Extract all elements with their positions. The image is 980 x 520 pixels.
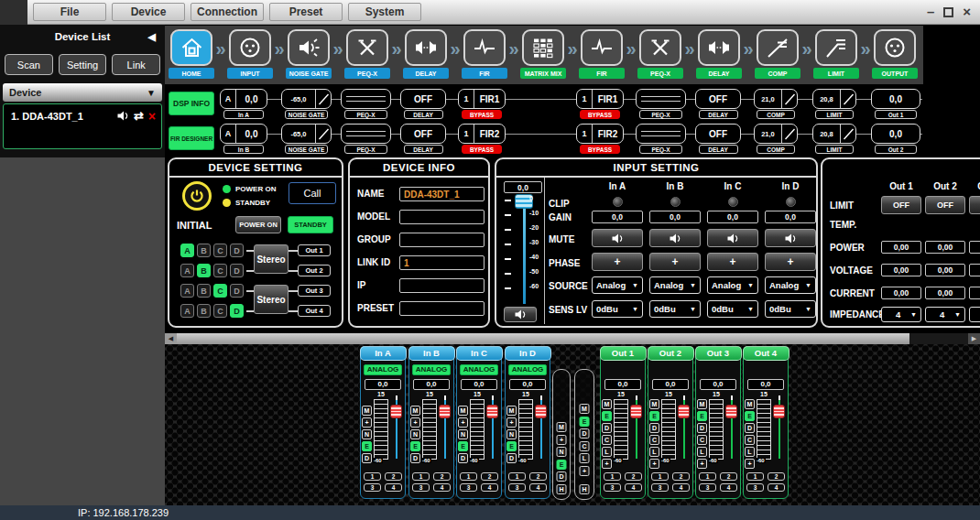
- channel-value-in-a[interactable]: 0,0: [365, 379, 401, 390]
- fader-out-2[interactable]: [678, 395, 691, 463]
- device-list-item[interactable]: 1. DDA-43DT_1 ⇄ ×: [4, 104, 161, 123]
- route-button-4-out-3[interactable]: 4: [720, 483, 737, 492]
- phase-button-in-b[interactable]: +: [649, 253, 701, 271]
- toolbar-item-noise-gate-2[interactable]: NOISE GATE: [286, 29, 332, 79]
- power-button[interactable]: [182, 181, 212, 211]
- strip-button-d-in-c[interactable]: D: [458, 453, 468, 463]
- route-button-2-in-d[interactable]: 2: [529, 472, 547, 481]
- sens-select-in-d[interactable]: 0dBu▼: [765, 300, 816, 318]
- route-button-2-out-4[interactable]: 2: [768, 472, 785, 481]
- route-button-3-in-a[interactable]: 3: [364, 483, 381, 492]
- fader-handle[interactable]: [725, 405, 737, 418]
- channel-tab-out-1[interactable]: Out 1: [600, 346, 647, 361]
- toolbar-item-matrix-mix-6[interactable]: MATRIX MIX: [520, 29, 566, 79]
- gain-field-in-b[interactable]: 0,0: [649, 211, 701, 223]
- channel-value-out-3[interactable]: 0,0: [700, 379, 736, 390]
- strip-button-m-out-2[interactable]: M: [649, 399, 659, 409]
- maximize-button[interactable]: [943, 7, 953, 17]
- call-button[interactable]: Call: [289, 182, 336, 204]
- fader-out-3[interactable]: [725, 395, 738, 463]
- peq-block-1[interactable]: PEQ-X: [341, 124, 391, 154]
- strip-button-c-out-4[interactable]: C: [745, 435, 755, 445]
- scrollbar-thumb[interactable]: [177, 333, 909, 344]
- routing-matrix-c-row1[interactable]: C: [213, 244, 227, 257]
- strip-button-m-in-a[interactable]: M: [362, 406, 372, 416]
- fir-block-1[interactable]: 1FIR2BYPASS: [458, 124, 506, 154]
- channel-value-in-c[interactable]: 0,0: [461, 379, 497, 390]
- route-button-2-in-c[interactable]: 2: [481, 472, 498, 481]
- route-button-2-in-a[interactable]: 2: [385, 472, 402, 481]
- limit-button-out-3[interactable]: OFF: [969, 196, 980, 214]
- scroll-left-icon[interactable]: ◀: [165, 333, 177, 344]
- strip-button-d-out-1[interactable]: D: [602, 423, 612, 433]
- strip-button-+-out-1[interactable]: +: [602, 459, 612, 469]
- fader-handle[interactable]: [535, 405, 547, 418]
- routing-matrix-a-row4[interactable]: A: [180, 304, 194, 318]
- fader-in-b[interactable]: [439, 395, 452, 463]
- comp-block-1[interactable]: 21,0COMP: [754, 124, 798, 154]
- strip-button-m-out-4[interactable]: M: [745, 399, 755, 409]
- stereo-link-button-2[interactable]: Stereo: [254, 285, 289, 314]
- comp-block-0[interactable]: 21,0COMP: [754, 89, 798, 119]
- strip-button-l-out-3[interactable]: L: [697, 447, 707, 457]
- channel-tab-in-a[interactable]: In A: [360, 346, 407, 361]
- route-button-1-in-b[interactable]: 1: [412, 472, 430, 481]
- noise-gate-block-1[interactable]: -65,0NOISE GATE: [281, 124, 332, 154]
- menu-item-file[interactable]: File: [33, 3, 106, 21]
- master-button-+-2[interactable]: +: [580, 466, 590, 476]
- device-info-field-group[interactable]: [399, 233, 485, 247]
- fir2-block-0[interactable]: 1FIR1BYPASS: [576, 89, 624, 119]
- master-hide-button-2[interactable]: H: [580, 484, 590, 494]
- strip-button-d-out-2[interactable]: D: [649, 423, 659, 433]
- impedance-select-out-1[interactable]: 4▼: [881, 307, 921, 322]
- strip-button-+-out-3[interactable]: +: [697, 459, 707, 469]
- collapse-sidebar-icon[interactable]: ◀: [148, 31, 156, 43]
- output-block-1[interactable]: 0,0Out 2: [871, 124, 920, 154]
- strip-button-d-in-b[interactable]: D: [410, 453, 420, 463]
- route-button-4-out-4[interactable]: 4: [768, 483, 785, 492]
- routing-matrix-a-row2[interactable]: A: [180, 264, 194, 277]
- route-button-2-out-3[interactable]: 2: [720, 472, 737, 481]
- peq-block-0[interactable]: PEQ-X: [341, 89, 391, 119]
- peq2-block-0[interactable]: PEQ-X: [636, 89, 686, 119]
- toolbar-item-fir-5[interactable]: FIR: [462, 29, 507, 79]
- fader-handle[interactable]: [678, 405, 690, 418]
- phase-button-in-d[interactable]: +: [765, 253, 816, 271]
- link-button[interactable]: Link: [112, 54, 160, 75]
- strip-button-m-in-b[interactable]: M: [410, 406, 420, 416]
- scan-button[interactable]: Scan: [5, 54, 53, 75]
- strip-button-d-out-4[interactable]: D: [745, 423, 755, 433]
- fader-handle[interactable]: [390, 405, 402, 418]
- toolbar-item-limit-11[interactable]: LIMIT: [813, 29, 859, 79]
- device-info-field-model[interactable]: [399, 210, 485, 224]
- source-select-in-c[interactable]: Analog▼: [707, 276, 758, 294]
- limit-button-out-1[interactable]: OFF: [881, 196, 921, 214]
- routing-matrix-b-row1[interactable]: B: [197, 244, 211, 257]
- route-button-3-in-c[interactable]: 3: [460, 483, 477, 492]
- route-button-4-out-2[interactable]: 4: [672, 483, 690, 492]
- strip-button-e-in-a[interactable]: E: [362, 441, 372, 451]
- channel-tab-in-d[interactable]: In D: [505, 346, 551, 361]
- master-button-n-1[interactable]: N: [557, 447, 567, 457]
- strip-button-n-in-b[interactable]: N: [410, 429, 420, 439]
- toolbar-item-delay-9[interactable]: DELAY: [696, 29, 742, 79]
- strip-button-e-in-b[interactable]: E: [410, 441, 420, 451]
- strip-button-+-out-2[interactable]: +: [649, 459, 659, 469]
- master-hide-button-1[interactable]: H: [557, 484, 567, 494]
- mute-button-in-b[interactable]: [649, 229, 701, 247]
- strip-button-l-out-4[interactable]: L: [745, 447, 755, 457]
- strip-button-m-in-d[interactable]: M: [506, 406, 517, 416]
- route-button-1-out-3[interactable]: 1: [699, 472, 716, 481]
- routing-matrix-d-row4[interactable]: D: [230, 304, 244, 318]
- channel-tab-out-3[interactable]: Out 3: [695, 346, 742, 361]
- route-button-2-in-b[interactable]: 2: [433, 472, 451, 481]
- channel-value-out-4[interactable]: 0,0: [747, 379, 784, 390]
- menu-item-device[interactable]: Device: [112, 3, 185, 21]
- route-button-3-out-2[interactable]: 3: [651, 483, 669, 492]
- peq2-block-1[interactable]: PEQ-X: [636, 124, 686, 154]
- toolbar-item-peq-x-8[interactable]: PEQ-X: [637, 29, 683, 79]
- source-select-in-a[interactable]: Analog▼: [592, 276, 643, 294]
- close-button[interactable]: ×: [963, 4, 971, 20]
- routing-matrix-b-row2[interactable]: B: [197, 264, 211, 277]
- menu-item-system[interactable]: System: [348, 3, 421, 21]
